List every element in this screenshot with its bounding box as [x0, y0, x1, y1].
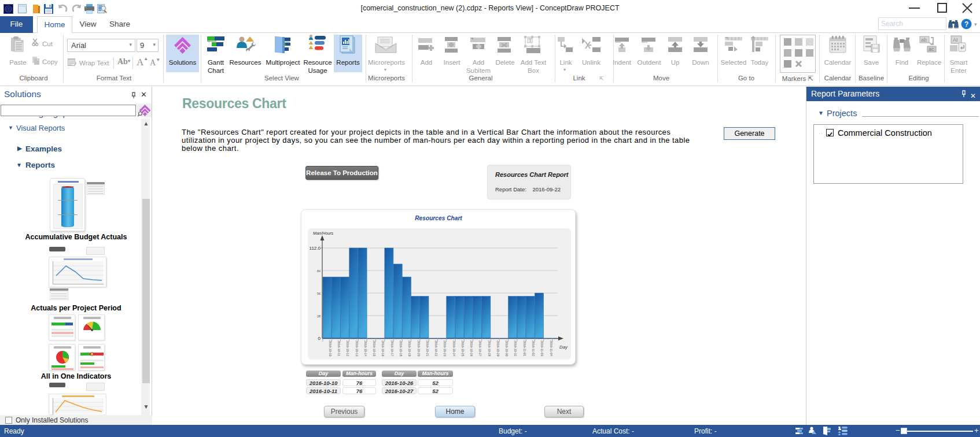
svg-text:2016-11-02: 2016-11-02	[532, 340, 535, 356]
svg-text:2016-10-30: 2016-10-30	[505, 340, 509, 357]
svg-text:28: 28	[317, 314, 320, 318]
svg-text:2016-10-17: 2016-10-17	[390, 340, 394, 357]
svg-text:2016-11-01: 2016-11-01	[523, 340, 526, 356]
svg-text:2016-10-13: 2016-10-13	[355, 340, 359, 357]
svg-text:Resources Chart: Resources Chart	[415, 215, 462, 221]
svg-text:2016-10-29: 2016-10-29	[496, 340, 500, 357]
svg-text:2016-10-31: 2016-10-31	[514, 340, 517, 357]
svg-text:Day: Day	[559, 345, 568, 350]
svg-text:112.0: 112.0	[310, 246, 321, 251]
svg-text:2016-10-22: 2016-10-22	[434, 340, 438, 357]
svg-text:2016-10-24: 2016-10-24	[452, 340, 456, 357]
svg-text:ac: ac	[929, 46, 934, 52]
svg-text:56: 56	[317, 292, 320, 295]
svg-text:2016-11-03: 2016-11-03	[540, 340, 544, 356]
svg-text:0: 0	[318, 336, 321, 341]
svg-text:Man/Hours: Man/Hours	[313, 231, 334, 236]
svg-text:ab: ab	[921, 37, 927, 43]
svg-text:2016-10-21: 2016-10-21	[426, 340, 429, 357]
svg-text:2016-10-16: 2016-10-16	[381, 340, 385, 357]
svg-text:84: 84	[317, 269, 320, 273]
svg-text:?: ?	[964, 20, 968, 28]
svg-text:2016-10-19: 2016-10-19	[408, 340, 411, 357]
svg-text:2016-10-11: 2016-10-11	[337, 340, 341, 356]
svg-text:2016-10-14: 2016-10-14	[364, 340, 367, 357]
svg-text:AI: AI	[953, 37, 958, 43]
svg-text:2016-10-23: 2016-10-23	[443, 340, 447, 357]
svg-text:2016-10-20: 2016-10-20	[417, 340, 421, 357]
svg-text:2016-10-12: 2016-10-12	[346, 340, 349, 357]
svg-text:2016-10-27: 2016-10-27	[478, 340, 482, 357]
svg-text:2016-10-15: 2016-10-15	[373, 340, 376, 357]
svg-text:2016-10-28: 2016-10-28	[488, 340, 491, 357]
svg-text:2016-10-25: 2016-10-25	[461, 340, 465, 357]
svg-text:2016-10-10: 2016-10-10	[329, 340, 332, 357]
svg-text:T: T	[529, 38, 532, 43]
svg-text:2016-10-26: 2016-10-26	[470, 340, 473, 357]
svg-text:2016-11-04: 2016-11-04	[550, 340, 553, 356]
svg-text:2016-10-18: 2016-10-18	[399, 340, 403, 357]
